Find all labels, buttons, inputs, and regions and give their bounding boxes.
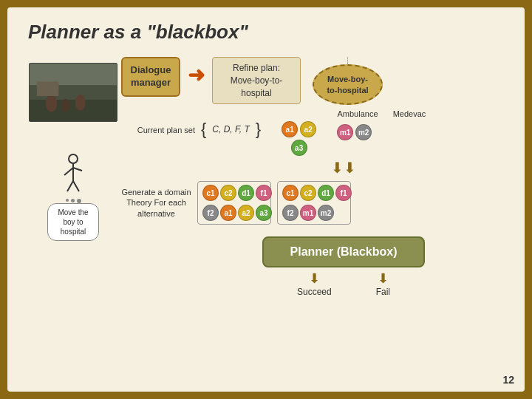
fail-label: Fail (376, 287, 390, 297)
svg-point-5 (75, 95, 86, 111)
left-column: Move the boy to hospital (25, 57, 121, 297)
top-row: Dialogue manager ➜ Refine plan: Move-boy… (121, 57, 507, 105)
gen-a2: a2 (238, 205, 254, 221)
succeed-label: Succeed (297, 287, 332, 297)
svg-line-9 (64, 168, 73, 175)
refine-plan-box: Refine plan: Move-boy-to-hospital (212, 57, 301, 104)
agent-a2-bubble: a2 (300, 121, 316, 137)
gen-f2: f2 (202, 205, 219, 221)
speech-bubble: Move the boy to hospital (47, 203, 99, 241)
slide: Planner as a "blackbox" (7, 7, 525, 392)
plan-set-content: C, D, F, T (212, 124, 249, 134)
gen2-d1: d1 (318, 185, 334, 201)
military-photo (29, 63, 117, 122)
gen2-c1: c1 (282, 185, 299, 201)
current-plan-label: Current plan set (129, 121, 195, 134)
right-arrow-icon: ➜ (188, 57, 205, 94)
agent-a3-bubble: a3 (291, 140, 307, 156)
medevac-label: Medevac (387, 109, 432, 118)
planner-blackbox: Planner (Blackbox) (262, 236, 425, 267)
thought-dot (66, 199, 69, 202)
close-brace-icon: } (256, 121, 261, 137)
gen2-m1: m1 (300, 205, 316, 221)
gen2-c2: c2 (300, 185, 316, 201)
dialogue-manager-box: Dialogue manager (121, 57, 180, 97)
right-main: Dialogue manager ➜ Refine plan: Move-boy… (121, 57, 507, 297)
move-boy-ellipse: Move-boy-to-hospital (313, 64, 383, 105)
refine-plan-label: Refine plan: Move-boy-to-hospital (231, 63, 283, 98)
agent-a1-bubble: a1 (282, 121, 298, 137)
gen-d1: d1 (238, 185, 254, 201)
ambulance-label: Ambulance (328, 109, 387, 118)
stickman-icon (58, 153, 88, 197)
gen-c1: c1 (202, 185, 219, 201)
svg-rect-2 (30, 100, 117, 122)
generate-row: Generate a domain Theory For each altern… (121, 181, 507, 225)
svg-line-12 (73, 181, 79, 191)
slide-title: Planner as a "blackbox" (28, 21, 507, 44)
gen-a3: a3 (256, 205, 272, 221)
page-number: 12 (502, 374, 514, 386)
agent-m1-bubble: m1 (337, 124, 353, 140)
figure-area: Move the boy to hospital (47, 144, 99, 241)
gen-c2: c2 (220, 185, 236, 201)
gen-f1: f1 (256, 185, 272, 201)
svg-point-7 (69, 154, 78, 163)
gen2-m2: m2 (318, 205, 334, 221)
thought-dot (71, 199, 75, 202)
gen-group-1: c1 c2 d1 f1 f2 a1 a2 a3 (197, 181, 271, 225)
succeed-arrow-icon: ⬇ (309, 270, 320, 287)
gen-group-2: c1 c2 d1 f1 f2 m1 m2 (277, 181, 351, 225)
gen2-f1: f1 (335, 185, 352, 201)
down-arrow-icon: ⬇⬇ (331, 159, 356, 177)
gen2-f2: f2 (282, 205, 299, 221)
svg-point-4 (61, 99, 70, 112)
fail-arrow-icon: ⬇ (378, 270, 389, 287)
open-brace-icon: { (201, 121, 206, 137)
agent-m2-bubble: m2 (355, 124, 372, 140)
gen-a1: a1 (220, 205, 236, 221)
svg-line-10 (73, 168, 82, 171)
svg-line-11 (67, 181, 73, 191)
generate-label: Generate a domain Theory For each altern… (121, 187, 191, 219)
svg-rect-6 (37, 81, 58, 96)
svg-point-3 (46, 95, 58, 112)
